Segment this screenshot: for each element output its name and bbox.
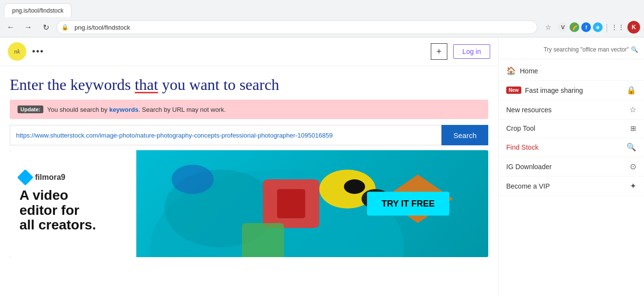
sidebar-search-hint: Try searching "office man vector" 🔍: [498, 42, 644, 57]
heading-part2: you want to search: [158, 76, 279, 93]
sidebar-item-new-resources[interactable]: New resources ☆: [498, 100, 644, 120]
sidebar-item-vip[interactable]: Become a VIP ✦: [498, 176, 644, 196]
home-icon: 🏠: [506, 66, 516, 75]
heading-part1: Enter the keywords: [10, 76, 135, 93]
back-button[interactable]: ←: [4, 20, 18, 34]
search-row: Search: [10, 125, 488, 145]
ad-headline: A video editor for all creators.: [19, 188, 127, 233]
star-icon: ☆: [629, 105, 636, 114]
bookmark-icon[interactable]: ☆: [541, 20, 555, 34]
right-sidebar: Try searching "office man vector" 🔍 🏠 Ho…: [498, 37, 644, 296]
alert-badge: Update:: [18, 105, 43, 113]
sidebar-item-crop-tool-left: Crop Tool: [506, 124, 535, 132]
sidebar-divider-top: [498, 59, 644, 59]
heading-underline: that: [135, 76, 158, 93]
main-heading: Enter the keywords that you want to sear…: [10, 76, 488, 94]
ext-icon-fb[interactable]: f: [581, 22, 591, 32]
instagram-icon: ⊙: [630, 162, 636, 171]
alert-message: You should search by keywords. Search by…: [47, 106, 226, 113]
dots-menu[interactable]: •••: [32, 47, 44, 57]
add-button[interactable]: +: [431, 43, 447, 60]
ad-line1: A video: [19, 188, 127, 203]
lock-icon: 🔒: [61, 24, 69, 31]
lock-icon: 🔒: [626, 86, 636, 95]
active-tab[interactable]: png.is/tool/findstock: [4, 3, 72, 17]
browser-chrome: png.is/tool/findstock ← → ↻ 🔒 ☆ V 🌈 f ◉ …: [0, 0, 644, 37]
tab-label: png.is/tool/findstock: [12, 7, 63, 14]
new-badge: New: [506, 87, 521, 94]
ad-left: filmora9 A video editor for all creators…: [10, 150, 136, 257]
crop-icon: ⊞: [630, 124, 636, 132]
login-button[interactable]: Log in: [453, 44, 490, 59]
browser-icons-right: ☆ V 🌈 f ◉ | ⋮⋮ K: [541, 20, 640, 34]
tab-bar: png.is/tool/findstock: [0, 0, 644, 17]
ad-line3: all creators.: [19, 218, 127, 233]
sidebar-item-home[interactable]: 🏠 Home: [498, 61, 644, 81]
svg-rect-7: [242, 223, 284, 257]
ad-banner: ℹ ✕ filmora9 A video editor for all crea…: [10, 150, 488, 257]
address-bar-row: ← → ↻ 🔒 ☆ V 🌈 f ◉ | ⋮⋮ K: [0, 17, 644, 37]
main-layout: nk ••• + Log in Enter the keywords that …: [0, 37, 644, 296]
sidebar-item-fast-image[interactable]: New Fast image sharing 🔒: [498, 81, 644, 100]
alert-keyword: keywords: [109, 106, 138, 113]
find-stock-icon: 🔍: [626, 142, 636, 152]
sidebar-ig-label: IG Downloader: [506, 163, 552, 171]
sidebar-item-home-left: 🏠 Home: [506, 66, 538, 75]
sidebar-crop-label: Crop Tool: [506, 124, 535, 132]
sidebar-new-resources-label: New resources: [506, 106, 552, 114]
sidebar-item-new-resources-left: New resources: [506, 106, 552, 114]
try-free-button[interactable]: TRY IT FREE: [367, 192, 449, 216]
sidebar-item-find-stock-left: Find Stock: [506, 143, 538, 151]
ext-icon-3[interactable]: ◉: [593, 22, 603, 32]
sidebar-fast-image-label: Fast image sharing: [525, 87, 583, 94]
ad-line2: editor for: [19, 203, 127, 218]
vip-icon: ✦: [630, 181, 636, 191]
menu-icon[interactable]: ⋮⋮: [611, 20, 625, 34]
search-input[interactable]: [10, 125, 442, 145]
search-hint-text: Try searching "office man vector": [544, 46, 629, 53]
sidebar-item-fast-image-left: New Fast image sharing: [506, 87, 583, 94]
sidebar-item-vip-left: Become a VIP: [506, 182, 550, 190]
ext-icon-2[interactable]: 🌈: [570, 22, 579, 32]
page-content: Enter the keywords that you want to sear…: [0, 66, 498, 296]
filmora-diamond-icon: [17, 169, 34, 186]
sidebar-item-ig-left: IG Downloader: [506, 163, 552, 171]
profile-button[interactable]: K: [627, 21, 640, 34]
header-right: + Log in: [431, 43, 490, 60]
filmora-name: filmora9: [35, 173, 65, 182]
ext-icon-1[interactable]: V: [558, 22, 568, 32]
sidebar-vip-label: Become a VIP: [506, 182, 550, 190]
address-bar[interactable]: 🔒: [56, 20, 537, 34]
filmora-logo: filmora9: [19, 172, 127, 183]
alert-box: Update: You should search by keywords. S…: [10, 100, 488, 119]
svg-point-9: [171, 165, 214, 194]
sidebar-item-ig-downloader[interactable]: IG Downloader ⊙: [498, 157, 644, 176]
logo-text: nk: [14, 48, 20, 55]
search-hint-icon: 🔍: [631, 46, 638, 53]
url-input[interactable]: [56, 20, 537, 34]
extension-icons: V 🌈 f ◉: [558, 22, 603, 32]
sidebar-home-label: Home: [520, 67, 538, 75]
svg-point-5: [344, 179, 365, 194]
forward-button[interactable]: →: [21, 20, 35, 34]
left-content: nk ••• + Log in Enter the keywords that …: [0, 37, 498, 296]
site-logo[interactable]: nk: [8, 42, 26, 61]
divider-icon: |: [606, 22, 608, 33]
ad-graphic: TRY IT FREE: [136, 150, 488, 257]
sidebar-item-find-stock[interactable]: Find Stock 🔍: [498, 138, 644, 157]
search-button[interactable]: Search: [442, 125, 488, 145]
page-header: nk ••• + Log in: [0, 37, 498, 66]
svg-rect-3: [277, 189, 305, 218]
sidebar-find-stock-label: Find Stock: [506, 143, 538, 151]
reload-button[interactable]: ↻: [39, 20, 53, 34]
sidebar-item-crop-tool[interactable]: Crop Tool ⊞: [498, 120, 644, 138]
